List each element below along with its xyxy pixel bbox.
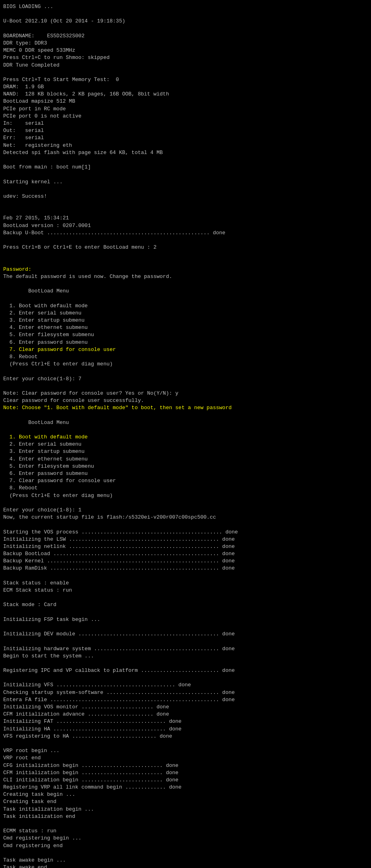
terminal-line: DRAM: 1.9 GB [3, 84, 44, 90]
terminal-line: Initializing VOS monitor ...............… [3, 704, 169, 710]
terminal-line: Press Ctrl+T to Start Memory Test: 0 [3, 77, 119, 83]
terminal-line: 6. Enter password submenu [3, 471, 88, 477]
terminal-line: Initializing FSP task begin ... [3, 617, 100, 623]
terminal-line: Backup BootLoad ........................… [3, 551, 235, 557]
terminal-line: NAND: 128 KB blocks, 2 KB pages, 16B OOB… [3, 91, 169, 97]
terminal-line: In: serial [3, 120, 44, 126]
terminal-line: DDR Tune Completed [3, 62, 59, 68]
terminal-line: Note: Choose "1. Boot with default mode"… [3, 405, 232, 411]
terminal-line: 8. Reboot [3, 485, 38, 491]
terminal-line: BIOS LOADING ... [3, 4, 53, 10]
terminal-line: Password: [3, 266, 31, 272]
terminal-line: Now, the current startup file is flash:/… [3, 514, 216, 520]
terminal-line: Initializing netlink ...................… [3, 544, 235, 550]
terminal-line: 7. Clear password for console user [3, 478, 116, 484]
terminal-line: BOARDNAME: ES5D2S32S002 [3, 33, 85, 39]
terminal-line: Out: serial [3, 128, 44, 134]
terminal-line: Initializing HA ........................… [3, 726, 182, 732]
terminal-line: 1. Boot with default mode [3, 303, 88, 309]
terminal-line: Net: registering eth [3, 142, 72, 148]
terminal-line: PCIe port in RC mode [3, 106, 66, 112]
terminal-line: 3. Enter startup submenu [3, 448, 85, 454]
terminal-line: Task initialization end [3, 813, 75, 819]
terminal-line: CFM initialization begin ...............… [3, 770, 178, 776]
terminal-line: 2. Enter serial submenu [3, 310, 81, 316]
terminal-line: 8. Reboot [3, 354, 38, 360]
terminal-output: BIOS LOADING ... U-Boot 2012.10 (Oct 20 … [3, 3, 368, 868]
terminal-line: 7. Clear password for console user [3, 347, 116, 353]
terminal-line: BootLoad Menu [3, 420, 69, 426]
terminal-line: Detected spi flash with page size 64 KB,… [3, 150, 163, 156]
terminal-line: Cmd registering begin ... [3, 835, 81, 841]
terminal-line: 2. Enter serial submenu [3, 441, 81, 447]
terminal-line: Registering VRP all link command begin .… [3, 784, 182, 790]
terminal-line: CFG initialization begin ...............… [3, 763, 178, 769]
terminal-line: Task awake end [3, 864, 47, 868]
terminal-line: 4. Enter ethernet submenu [3, 456, 88, 462]
terminal-line: BootLoad version : 0207.0001 [3, 223, 91, 229]
terminal-line: CFM initialization advance .............… [3, 711, 169, 717]
terminal-line: Initializing the LSW ...................… [3, 536, 235, 542]
terminal-line: VRP root begin ... [3, 748, 59, 754]
terminal-line: Backup Kernel ..........................… [3, 558, 235, 564]
terminal-line: Checking startup system-software .......… [3, 690, 235, 696]
terminal-line: Initializing DEV module ................… [3, 631, 235, 637]
terminal-line: 5. Enter filesystem submenu [3, 332, 94, 338]
terminal-line: Boot from main : boot num[1] [3, 164, 91, 170]
terminal-line: Starting the VOS process ...............… [3, 529, 238, 535]
terminal-line: (Press Ctrl+E to enter diag menu) [3, 361, 113, 367]
terminal-line: Creating task begin ... [3, 791, 75, 797]
terminal-line: VRP root end [3, 755, 41, 761]
terminal-line: Registering IPC and VP callback to platf… [3, 667, 235, 673]
terminal-line: Begin to start the system ... [3, 653, 94, 659]
terminal-line: Stack status : enable [3, 580, 69, 586]
terminal-line: PCIe port 0 is not active [3, 113, 81, 119]
terminal-line: Initializing FAT .......................… [3, 718, 182, 724]
terminal-line: Clear password for console user successf… [3, 397, 144, 404]
terminal-line: The default password is used now. Change… [3, 274, 172, 280]
terminal-line: 6. Enter password submenu [3, 339, 88, 345]
terminal-line: BootLoad Menu [3, 288, 69, 294]
terminal-line: Backup RamDisk .........................… [3, 565, 235, 571]
terminal-line: Cmd registering end [3, 843, 63, 849]
terminal-line: 4. Enter ethernet submenu [3, 324, 88, 331]
terminal-line: Task initialization begin ... [3, 806, 94, 812]
terminal-line: ECMM status : run [3, 828, 57, 834]
terminal-line: 1. Boot with default mode [3, 434, 88, 440]
terminal-line: MEMC 0 DDR speed 533MHz [3, 47, 75, 53]
terminal-line: Initializing hardware system ...........… [3, 646, 235, 652]
terminal-line: ECM Stack status : run [3, 587, 72, 593]
terminal-line: Starting kernel ... [3, 179, 63, 185]
terminal-line: 5. Enter filesystem submenu [3, 463, 94, 469]
terminal-line: Note: Clear password for console user? Y… [3, 390, 178, 396]
terminal-line: VFS registering to HA ..................… [3, 733, 172, 739]
terminal-line: (Press Ctrl+E to enter diag menu) [3, 493, 113, 499]
terminal-line: udev: Success! [3, 193, 47, 199]
terminal-line: Err: serial [3, 135, 44, 141]
terminal-line: U-Boot 2012.10 (Oct 20 2014 - 19:18:35) [3, 18, 125, 24]
terminal-line: Creating task end [3, 799, 57, 805]
terminal-line: Entera FA file .........................… [3, 697, 235, 703]
terminal-line: Feb 27 2015, 15:34:21 [3, 215, 69, 221]
terminal-line: Enter your choice(1-8): 7 [3, 376, 81, 382]
terminal-line: CLI initialization begin ...............… [3, 777, 178, 783]
terminal-line: Stack mode : Card [3, 602, 57, 608]
terminal-line: Enter your choice(1-8): 1 [3, 507, 81, 513]
terminal-line: Backup U-Boot ..........................… [3, 230, 225, 236]
terminal-line: 3. Enter startup submenu [3, 317, 85, 323]
terminal-line: BootLoad mapsize 512 MB [3, 98, 75, 104]
terminal-line: Press Ctrl+B or Ctrl+E to enter BootLoad… [3, 244, 156, 250]
terminal-line: Press Ctrl+C to run Shmoo: skipped [3, 55, 109, 61]
terminal-line: Task awake begin ... [3, 857, 66, 863]
terminal-line: Initializing VFS .......................… [3, 682, 191, 688]
terminal-line: DDR type: DDR3 [3, 40, 47, 46]
